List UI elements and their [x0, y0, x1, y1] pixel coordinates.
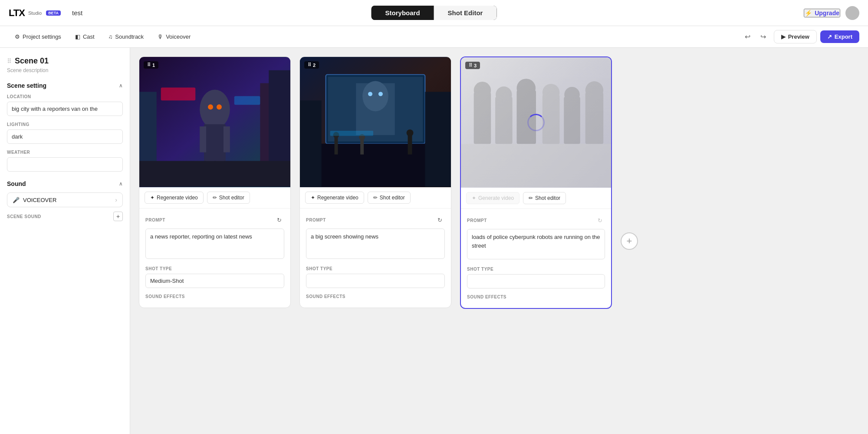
svg-point-20	[368, 92, 372, 96]
scene-sound-row: SCENE SOUND +	[7, 212, 123, 221]
voiceover-row[interactable]: 🎤 VOICEOVER ›	[7, 192, 123, 207]
shot-actions-1: ✦ Regenerate video ✏ Shot editor	[139, 187, 290, 209]
prompt-header-1: PROMPT ↻	[145, 215, 284, 225]
tab-shot-editor[interactable]: Shot Editor	[434, 6, 497, 20]
voiceover-button[interactable]: 🎙 Voiceover	[151, 31, 197, 43]
location-input[interactable]	[7, 102, 123, 116]
preview-button[interactable]: ▶ Preview	[774, 30, 817, 43]
upgrade-label: Upgrade	[815, 10, 839, 17]
scene-setting-section: Scene setting ∧ LOCATION LIGHTING WEATHE…	[7, 82, 123, 172]
svg-rect-12	[139, 161, 290, 187]
voiceover-left: 🎤 VOICEOVER	[13, 197, 56, 203]
nav-tabs: Storyboard Shot Editor	[372, 6, 497, 20]
shot-number-1: ⠿ 1	[144, 61, 158, 69]
svg-point-40	[542, 84, 560, 101]
add-scene-sound-button[interactable]: +	[113, 212, 123, 221]
shot-type-label-1: SHOT TYPE	[145, 266, 284, 271]
prompt-input-2[interactable]: a big screen showing news	[306, 229, 445, 259]
shot-number-2: ⠿ 2	[304, 61, 319, 69]
main-area: ⠿ Scene 01 Scene description Scene setti…	[0, 48, 868, 434]
voiceover-sidebar-label: VOICEOVER	[23, 197, 56, 203]
svg-rect-14	[234, 96, 260, 105]
svg-point-36	[496, 86, 512, 103]
content-area: ⠿ 1 ✦ Regenerate video ✏ Shot editor PRO…	[130, 48, 868, 434]
sound-header[interactable]: Sound ∧	[7, 180, 123, 187]
redo-button[interactable]: ↪	[756, 30, 770, 44]
weather-input[interactable]	[7, 157, 123, 172]
upgrade-button[interactable]: ⚡ Upgrade	[804, 9, 840, 17]
svg-rect-23	[335, 137, 338, 155]
add-shot-button[interactable]: +	[621, 232, 638, 250]
shot-editor-btn-2[interactable]: ✏ Shot editor	[368, 192, 411, 204]
shot-image-bg-3	[461, 57, 611, 188]
svg-rect-25	[360, 139, 364, 155]
cast-button[interactable]: ◧ Cast	[69, 31, 101, 43]
scene-setting-title: Scene setting	[7, 82, 46, 89]
soundtrack-button[interactable]: ♫ Soundtrack	[102, 31, 150, 43]
prompt-input-3[interactable]: loads of police cyberpunk robots are run…	[467, 229, 605, 259]
generate-btn-3[interactable]: ✦ Generate video	[466, 192, 519, 204]
svg-point-10	[208, 104, 213, 109]
lighting-input[interactable]	[7, 129, 123, 144]
refresh-prompt-3[interactable]: ↻	[595, 215, 605, 225]
chevron-right-icon: ›	[115, 196, 117, 203]
regenerate-btn-1[interactable]: ✦ Regenerate video	[145, 192, 204, 204]
user-avatar[interactable]	[845, 6, 859, 20]
sound-effects-label-1: SOUND EFFECTS	[145, 294, 284, 299]
shot-type-input-3[interactable]	[467, 274, 605, 288]
drag-icon-1: ⠿	[147, 62, 151, 68]
top-nav: LTX Studio BETA test Storyboard Shot Edi…	[0, 0, 868, 26]
regen-icon-1: ✦	[150, 195, 155, 201]
cast-label: Cast	[83, 33, 95, 40]
scene-sound-label: SCENE SOUND	[7, 214, 41, 219]
shot-image-3: ⠿ 3	[461, 57, 611, 188]
export-button[interactable]: ↗ Export	[820, 30, 859, 43]
shot-artwork-2	[300, 57, 451, 187]
logo-studio: Studio	[28, 10, 42, 16]
shot-type-label-2: SHOT TYPE	[306, 266, 445, 271]
sound-effects-label-3: SOUND EFFECTS	[467, 295, 605, 299]
svg-rect-39	[542, 95, 560, 144]
svg-rect-30	[300, 100, 322, 187]
prompt-label-3: PROMPT	[467, 218, 487, 223]
shot-actions-2: ✦ Regenerate video ✏ Shot editor	[300, 187, 451, 209]
project-settings-button[interactable]: ⚙ Project settings	[9, 31, 67, 43]
drag-handle: ⠿	[7, 58, 11, 65]
refresh-prompt-2[interactable]: ↻	[434, 215, 445, 225]
svg-rect-45	[461, 144, 611, 187]
editor-icon-1: ✏	[213, 195, 217, 201]
location-field: LOCATION	[7, 94, 123, 116]
svg-rect-41	[564, 97, 580, 144]
regenerate-btn-2[interactable]: ✦ Regenerate video	[305, 192, 364, 204]
sound-effects-label-2: SOUND EFFECTS	[306, 294, 445, 299]
shot-editor-btn-3[interactable]: ✏ Shot editor	[523, 192, 566, 204]
svg-point-28	[407, 129, 414, 136]
svg-rect-43	[585, 93, 604, 144]
nav-right: ⚡ Upgrade	[804, 6, 859, 20]
loading-overlay	[527, 114, 545, 131]
svg-rect-7	[224, 126, 230, 152]
refresh-prompt-1[interactable]: ↻	[274, 215, 284, 225]
lighting-label: LIGHTING	[7, 122, 123, 127]
location-label: LOCATION	[7, 94, 123, 99]
weather-label: WEATHER	[7, 150, 123, 155]
sound-effects-3: SOUND EFFECTS	[467, 295, 605, 299]
shot-type-label-3: SHOT TYPE	[467, 267, 605, 272]
shot-type-input-1[interactable]	[145, 274, 284, 288]
undo-button[interactable]: ↩	[741, 30, 755, 44]
prompt-label-1: PROMPT	[145, 218, 165, 222]
voiceover-icon: 🎙	[158, 33, 163, 40]
prompt-input-1[interactable]: a news reporter, reporting on latest new…	[145, 229, 284, 259]
soundtrack-label: Soundtrack	[115, 33, 144, 40]
scene-setting-header[interactable]: Scene setting ∧	[7, 82, 123, 89]
shot-card-2: ⠿ 2 ✦ Regenerate video ✏ Shot editor PRO…	[299, 56, 451, 308]
svg-rect-35	[495, 97, 513, 144]
svg-point-44	[585, 81, 604, 99]
shot-editor-btn-1[interactable]: ✏ Shot editor	[207, 192, 250, 204]
tab-storyboard[interactable]: Storyboard	[372, 6, 434, 20]
loading-spinner	[527, 114, 545, 131]
shot-type-input-2[interactable]	[306, 274, 445, 288]
svg-rect-5	[204, 124, 226, 163]
regen-icon-2: ✦	[311, 195, 315, 201]
toolbar-right: ↩ ↪ ▶ Preview ↗ Export	[741, 30, 859, 44]
